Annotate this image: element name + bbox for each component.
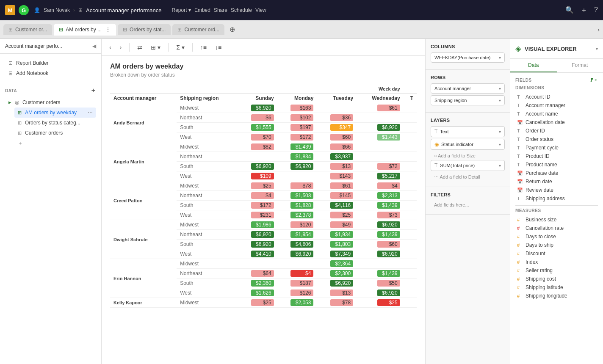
nav-report[interactable]: Report ▾ xyxy=(172,7,191,13)
ve-dimension-item[interactable]: TAccount name xyxy=(515,110,598,118)
layer-detail-add[interactable]: ⋯ Add a field to Detail xyxy=(431,173,505,182)
title-area: 👤 Sam Novak › ⊞ Account manager performa… xyxy=(34,7,162,14)
tab-customer-ord[interactable]: ⊞ Customer ord... xyxy=(172,24,224,35)
brand-m-icon[interactable]: M xyxy=(5,5,15,15)
cell-t xyxy=(404,259,417,269)
ve-dimension-item[interactable]: TShipping address xyxy=(515,194,598,203)
rows-pill-am[interactable]: Account manager ▾ xyxy=(431,83,505,94)
add-tab-button[interactable]: ⊕ xyxy=(226,24,238,36)
ve-dimension-item[interactable]: TPayment cycle xyxy=(515,143,598,152)
ve-tab-data[interactable]: Data xyxy=(510,59,557,72)
cell-value: $4 xyxy=(277,269,317,279)
cell-value: $49 xyxy=(317,220,357,230)
cell-region: Midwest xyxy=(177,103,238,113)
dataset-item[interactable]: ▸ ◎ Customer orders xyxy=(5,97,96,108)
ve-measure-item[interactable]: #Seller rating xyxy=(515,266,598,275)
help-icon[interactable]: ? xyxy=(594,6,598,15)
nav-share[interactable]: Share xyxy=(214,7,227,13)
cell-value: $4,116 xyxy=(317,201,357,210)
tab-orders-stat[interactable]: ⊞ Orders by stat... xyxy=(118,24,171,35)
add-icon[interactable]: ＋ xyxy=(581,6,587,15)
cell-value: $2,053 xyxy=(277,298,317,308)
ve-dropdown-icon[interactable]: ▾ xyxy=(596,47,598,51)
ve-dim-label: Account name xyxy=(526,111,558,117)
nav-view[interactable]: View xyxy=(255,7,266,13)
rows-pill-region[interactable]: Shipping region ▾ xyxy=(431,95,505,105)
ve-measure-item[interactable]: #Shipping cost xyxy=(515,275,598,283)
ve-dim-label: Order status xyxy=(526,136,553,142)
col-header-empty xyxy=(110,85,238,94)
col-header-am: Account manager xyxy=(110,94,177,103)
add-notebook-item[interactable]: ⊟ Add Notebook xyxy=(5,68,96,78)
sort-desc-btn[interactable]: ↓≡ xyxy=(213,42,224,52)
filters-add[interactable]: Add fields here... xyxy=(431,201,505,209)
sort-asc-btn[interactable]: ↑≡ xyxy=(198,42,209,52)
ve-measure-item[interactable]: #Index xyxy=(515,258,598,266)
collapse-right-button[interactable]: › xyxy=(597,26,600,33)
search-icon[interactable]: 🔍 xyxy=(565,6,574,15)
ve-dimension-item[interactable]: TOrder status xyxy=(515,135,598,143)
sidebar-item-am-orders[interactable]: ⊞ AM orders by weekday ⋯ xyxy=(14,108,96,118)
ve-dimension-item[interactable]: TProduct ID xyxy=(515,152,598,160)
sidebar-item-more-0[interactable]: ⋯ xyxy=(88,110,93,116)
tab-more-btn[interactable]: ⋮ xyxy=(105,26,111,33)
ve-tab-format[interactable]: Format xyxy=(557,59,603,72)
ve-dimension-item[interactable]: 📅Purchase date xyxy=(515,169,598,177)
nav-back-btn[interactable]: ‹ xyxy=(107,42,114,52)
ve-dimension-item[interactable]: TAccount ID xyxy=(515,93,598,101)
ve-dimension-item[interactable]: 📅Cancellation date xyxy=(515,118,598,127)
cell-value: $13 xyxy=(317,288,357,298)
cell-value xyxy=(357,152,403,162)
cell-value: $6,920 xyxy=(357,123,403,132)
layout-btn[interactable]: ⊞ ▾ xyxy=(148,42,163,52)
sigma-btn[interactable]: Σ ▾ xyxy=(174,42,187,52)
brand-g-icon[interactable]: G xyxy=(19,5,29,15)
brand-area: M G xyxy=(5,5,29,15)
sidebar-item-customer-orders[interactable]: ⊞ Customer orders xyxy=(14,128,96,138)
ve-add-field-btn[interactable]: ƒ＋ xyxy=(591,77,598,83)
data-add-btn[interactable]: ＋ xyxy=(90,87,97,94)
cell-manager: Kelly Kapoor xyxy=(110,298,177,308)
ve-meas-icon: # xyxy=(517,234,523,239)
cell-t xyxy=(404,279,417,288)
cell-region: Midwest xyxy=(177,298,238,308)
cell-t xyxy=(404,298,417,308)
layer-status-dropdown[interactable]: ◉ Status indicator ▾ xyxy=(431,139,505,150)
ve-dimension-item[interactable]: TProduct name xyxy=(515,160,598,169)
tab-am-orders[interactable]: ⊞ AM orders by ... ⋮ xyxy=(54,24,116,36)
layer-sum-dropdown[interactable]: T SUM(Total price) ▾ xyxy=(431,160,505,171)
cell-t xyxy=(404,152,417,162)
ve-measure-item[interactable]: #Days to close xyxy=(515,232,598,241)
ve-dimension-item[interactable]: 📅Return date xyxy=(515,177,598,186)
cell-value: $72 xyxy=(357,162,403,171)
tab-customer-or[interactable]: ⊞ Customer or... xyxy=(3,24,52,35)
layer-text-dropdown[interactable]: T Text ▾ xyxy=(431,126,505,137)
ve-measure-item[interactable]: #Business size xyxy=(515,215,598,224)
columns-pill[interactable]: WEEKDAY(Purchase date) ▾ xyxy=(431,52,505,63)
ve-measure-item[interactable]: #Days to ship xyxy=(515,241,598,249)
separator-3 xyxy=(192,43,193,52)
ve-measure-item[interactable]: #Shipping longitude xyxy=(515,292,598,300)
nav-schedule[interactable]: Schedule xyxy=(231,7,252,13)
ve-meas-label: Business size xyxy=(526,217,556,223)
ve-dimension-item[interactable]: 📅Review date xyxy=(515,186,598,194)
report-builder-item[interactable]: ⊡ Report Builder xyxy=(5,58,96,68)
layer-size-add[interactable]: ○ Add a field to Size xyxy=(431,152,505,160)
cell-value: $172 xyxy=(277,132,317,142)
layer-sum-chevron: ▾ xyxy=(499,163,501,168)
ve-measure-item[interactable]: #Discount xyxy=(515,249,598,258)
dataset-icon: ▸ xyxy=(8,99,11,105)
nav-forward-btn[interactable]: › xyxy=(117,42,124,52)
ve-dimension-item[interactable]: TAccount manager xyxy=(515,101,598,110)
ve-measure-item[interactable]: #Shipping latitude xyxy=(515,283,598,292)
ve-dimension-item[interactable]: TOrder ID xyxy=(515,127,598,135)
ve-measure-item[interactable]: #Cancellation rate xyxy=(515,224,598,232)
cell-value: $25 xyxy=(238,298,277,308)
layer-size-icon: ○ xyxy=(434,153,437,158)
sidebar-add-btn[interactable]: ＋ xyxy=(14,138,96,149)
sidebar-collapse-icon[interactable]: ◀ xyxy=(92,43,96,49)
nav-embed[interactable]: Embed xyxy=(194,7,210,13)
layer-text-icon: T xyxy=(434,129,437,135)
sidebar-item-orders-status[interactable]: ⊞ Orders by status categ... xyxy=(14,118,96,128)
pivot-btn[interactable]: ⇄ xyxy=(135,42,145,52)
